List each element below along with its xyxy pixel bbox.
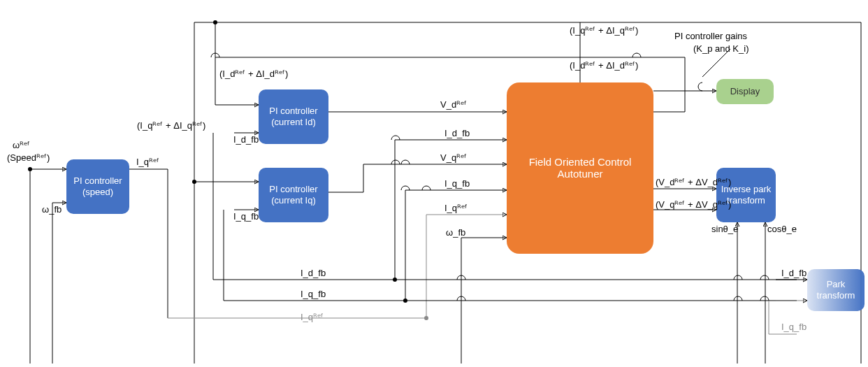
display-block: Display	[716, 79, 774, 104]
park-transform-block: Park transform	[807, 269, 865, 311]
label-cos-theta: cosθ_e	[767, 224, 797, 234]
label-omega-fb-left: ω_fb	[42, 204, 62, 215]
label-omega-fb-mid: ω_fb	[446, 227, 465, 238]
label-iq-fb-bus: I_q_fb	[301, 289, 326, 299]
park-transform-label: Park transform	[810, 279, 862, 302]
pi-speed-label: PI controller (speed)	[69, 175, 126, 199]
svg-point-9	[213, 20, 217, 24]
label-sin-theta: sinθ_e	[711, 224, 738, 234]
pi-controller-speed-block: PI controller (speed)	[66, 159, 129, 214]
label-vd-delta: (V_dᴿᵉᶠ + ΔV_dᴿᵉᶠ)	[656, 177, 731, 187]
label-vq-delta: (V_qᴿᵉᶠ + ΔV_qᴿᵉᶠ)	[656, 199, 731, 210]
label-vq-ref: V_qᴿᵉᶠ	[440, 152, 467, 163]
label-id-delta-left: (I_dᴿᵉᶠ + ΔI_dᴿᵉᶠ)	[219, 69, 288, 79]
inverse-park-block: Inverse park transform	[716, 168, 776, 222]
foc-autotuner-label: Field Oriented Control Autotuner	[509, 157, 651, 180]
label-iq-ref: I_qᴿᵉᶠ	[136, 157, 159, 167]
svg-point-12	[403, 298, 407, 303]
display-label: Display	[730, 86, 760, 97]
label-id-fb-mid: I_d_fb	[444, 128, 470, 138]
label-iq-ref-mid: I_qᴿᵉᶠ	[444, 203, 468, 213]
label-id-fb-left: I_d_fb	[233, 134, 259, 145]
svg-point-3	[28, 167, 32, 171]
label-id-fb-bus: I_d_fb	[301, 268, 326, 278]
svg-point-8	[424, 316, 428, 320]
pi-id-label: PI controller (current Id)	[261, 106, 326, 129]
label-speed-ref: (Speedᴿᵉᶠ)	[7, 152, 50, 163]
label-iq-fb-right: I_q_fb	[781, 322, 806, 332]
svg-point-10	[192, 180, 196, 184]
label-omega-ref: ωᴿᵉᶠ	[13, 140, 30, 150]
label-iq-fb-mid: I_q_fb	[444, 178, 470, 189]
label-pi-gains-1: PI controller gains	[674, 31, 747, 41]
svg-point-11	[393, 278, 397, 282]
label-iq-fb-left: I_q_fb	[233, 211, 259, 222]
foc-autotuner-block: Field Oriented Control Autotuner	[507, 82, 653, 254]
pi-controller-id-block: PI controller (current Id)	[259, 89, 328, 144]
diagram-canvas: PI controller (speed) PI controller (cur…	[0, 0, 868, 367]
label-vd-ref: V_dᴿᵉᶠ	[440, 99, 467, 110]
label-id-fb-right: I_d_fb	[781, 268, 806, 278]
label-iq-delta-top: (I_qᴿᵉᶠ + ΔI_qᴿᵉᶠ)	[570, 25, 638, 36]
label-iq-delta-left: (I_qᴿᵉᶠ + ΔI_qᴿᵉᶠ)	[137, 120, 205, 131]
pi-controller-iq-block: PI controller (current Iq)	[259, 168, 328, 222]
label-pi-gains-2: (K_p and K_i)	[693, 43, 749, 54]
label-id-delta-top: (I_dᴿᵉᶠ + ΔI_dᴿᵉᶠ)	[570, 60, 638, 71]
label-iq-ref-bus: I_qᴿᵉᶠ	[301, 312, 324, 322]
pi-iq-label: PI controller (current Iq)	[261, 184, 326, 207]
